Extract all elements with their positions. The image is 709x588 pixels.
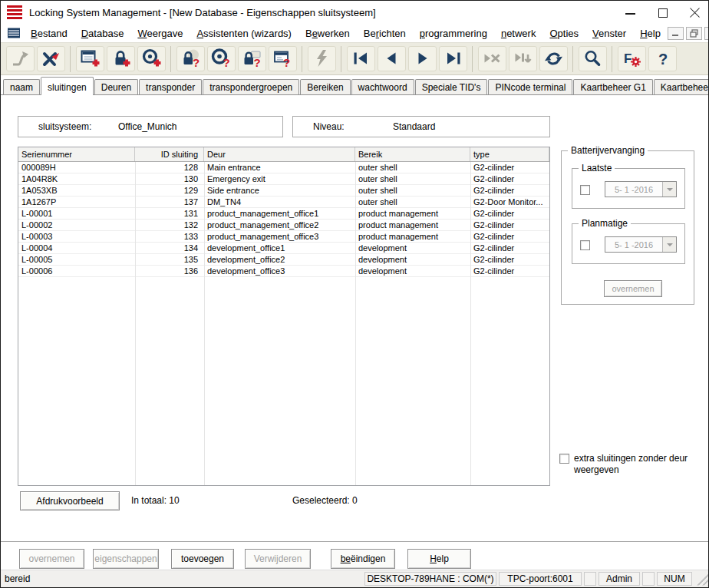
program-flash-button — [308, 46, 336, 71]
help-button[interactable]: ? — [648, 46, 677, 71]
tab-kaartbeheer-g1[interactable]: Kaartbeheer G1 — [573, 79, 652, 94]
app-window: Locking System Management - [New Databas… — [0, 0, 709, 588]
toevoegen-button[interactable]: toevoegen — [171, 549, 234, 569]
menu-opties[interactable]: Opties — [542, 28, 585, 39]
maximize-icon[interactable] — [657, 7, 668, 18]
cell-bereik: outer shell — [355, 185, 470, 196]
menu-assistenten-wizards[interactable]: Assistenten (wizards) — [190, 28, 298, 39]
total-count-label: In totaal: 10 — [131, 495, 180, 506]
battery-last-date-value: 5- 1 -2016 — [605, 185, 662, 194]
nav-cancel-button — [478, 46, 506, 71]
battery-apply-button: overnemen — [604, 280, 662, 297]
menu-help[interactable]: Help — [633, 28, 668, 39]
chevron-down-icon[interactable] — [662, 182, 676, 197]
cell-id-sluiting: 134 — [135, 243, 204, 253]
read-transponder-button[interactable]: ? — [207, 46, 236, 71]
tab-naam[interactable]: naam — [3, 79, 40, 94]
refresh-button[interactable] — [539, 46, 568, 71]
tab-kaartbeheer-g2[interactable]: Kaartbeheer G2 — [654, 79, 709, 94]
tab-pincode-terminal[interactable]: PINcode terminal — [488, 79, 572, 94]
menu-bewerken[interactable]: Bewerken — [298, 28, 357, 39]
menu-weergave[interactable]: Weergave — [130, 28, 190, 39]
cell-deur: product_management_office3 — [204, 231, 355, 242]
new-lock-button[interactable] — [107, 46, 135, 71]
tab-bar: naamsluitingenDeurentranspondertranspond… — [1, 75, 708, 95]
read-mifare-button[interactable]: ? — [238, 46, 266, 71]
search-icon — [582, 48, 603, 69]
help-button[interactable]: Help — [407, 549, 471, 569]
battery-planned-checkbox[interactable] — [580, 240, 590, 250]
menu-programmering[interactable]: programmering — [413, 28, 494, 39]
cell-serienummer: L-00003 — [18, 231, 135, 242]
tab-speciale-tid-s[interactable]: Speciale TID's — [415, 79, 488, 94]
filter-settings-button[interactable]: F — [618, 46, 646, 71]
resize-grip[interactable] — [695, 573, 708, 586]
nav-last-button[interactable] — [439, 46, 467, 71]
mdi-minimize-icon[interactable] — [668, 27, 684, 40]
chevron-down-icon[interactable] — [662, 237, 676, 252]
disconnect-button[interactable] — [37, 46, 65, 71]
cell-id-sluiting: 132 — [135, 220, 204, 230]
search-button[interactable] — [579, 46, 607, 71]
battery-last-checkbox[interactable] — [580, 185, 590, 195]
nav-next-button[interactable] — [408, 46, 437, 71]
column-header-bereik[interactable]: Bereik — [355, 147, 470, 161]
new-locking-plan-button[interactable] — [76, 46, 104, 71]
cell-bereik: product management — [355, 231, 470, 242]
cell-deur: development_office1 — [204, 243, 355, 253]
cell-type: G2-Door Monitor... — [470, 197, 549, 207]
battery-planned-date-combo[interactable]: 5- 1 -2016 — [605, 236, 677, 253]
nav-next-icon — [412, 48, 433, 69]
close-icon[interactable] — [689, 7, 701, 18]
read-lock-button[interactable]: ? — [176, 46, 205, 71]
cell-type: G2-cilinder — [470, 173, 549, 184]
cell-deur: development_office2 — [204, 254, 355, 265]
cell-serienummer: 1A04R8K — [18, 173, 135, 184]
battery-planned-date-value: 5- 1 -2016 — [605, 240, 662, 249]
mdi-window-controls: × — [668, 27, 709, 40]
eigenschappen-button: eigenschappen — [93, 549, 159, 569]
cell-bereik: development — [355, 254, 470, 265]
cell-id-sluiting: 131 — [135, 208, 204, 219]
tab-transpondergroepen[interactable]: transpondergroepen — [203, 79, 299, 94]
menu-venster[interactable]: Venster — [585, 28, 633, 39]
toolbar-separator — [70, 46, 71, 72]
extra-locks-checkbox[interactable] — [559, 454, 569, 464]
tab-wachtwoord[interactable]: wachtwoord — [351, 79, 414, 94]
svg-text:?: ? — [193, 56, 200, 69]
menu-berichten[interactable]: Berichten — [357, 28, 413, 39]
column-gridline — [204, 162, 205, 485]
cell-bereik: product management — [355, 208, 470, 219]
tab-transponder[interactable]: transponder — [139, 79, 202, 94]
column-header-id-sluiting[interactable]: ID sluiting — [135, 147, 204, 161]
read-window-button[interactable]: ? — [269, 46, 297, 71]
nav-first-button[interactable] — [347, 46, 375, 71]
nav-prev-button[interactable] — [378, 46, 406, 71]
page-content: sluitsysteem: Office_Munich Niveau: Stan… — [1, 95, 708, 570]
status-panel-spacer-1 — [584, 572, 596, 586]
menu-bestand[interactable]: Bestand — [24, 28, 74, 39]
status-panel-connection: DESKTOP-789HANE : COM(*) — [364, 572, 496, 586]
mdi-close-icon[interactable]: × — [704, 27, 709, 40]
column-header-type[interactable]: type — [470, 147, 549, 161]
column-header-serienummer[interactable]: Serienummer — [18, 147, 135, 161]
battery-planned-label: Planmatige — [579, 218, 631, 229]
menu-database[interactable]: Database — [74, 28, 131, 39]
locks-table[interactable]: SerienummerID sluitingDeurBereiktype 000… — [18, 147, 550, 486]
tab-deuren[interactable]: Deuren — [94, 79, 138, 94]
tab-sluitingen[interactable]: sluitingen — [41, 77, 94, 95]
svg-text:?: ? — [658, 51, 668, 68]
column-header-deur[interactable]: Deur — [204, 147, 355, 161]
be-indigen-button[interactable]: beëindigen — [331, 549, 395, 569]
tab-bereiken[interactable]: Bereiken — [300, 79, 350, 94]
mdi-restore-icon[interactable] — [686, 27, 702, 40]
battery-last-date-combo[interactable]: 5- 1 -2016 — [605, 181, 677, 197]
cell-deur: development_office3 — [204, 266, 355, 276]
new-transponder-button[interactable] — [137, 46, 166, 71]
print-preview-button[interactable]: Afdrukvoorbeeld — [20, 491, 120, 510]
document-window-icon[interactable] — [7, 27, 21, 39]
menu-netwerk[interactable]: netwerk — [494, 28, 543, 39]
minimize-icon[interactable] — [625, 7, 636, 18]
level-value: Standaard — [393, 121, 435, 132]
program-flash-icon — [312, 48, 332, 69]
